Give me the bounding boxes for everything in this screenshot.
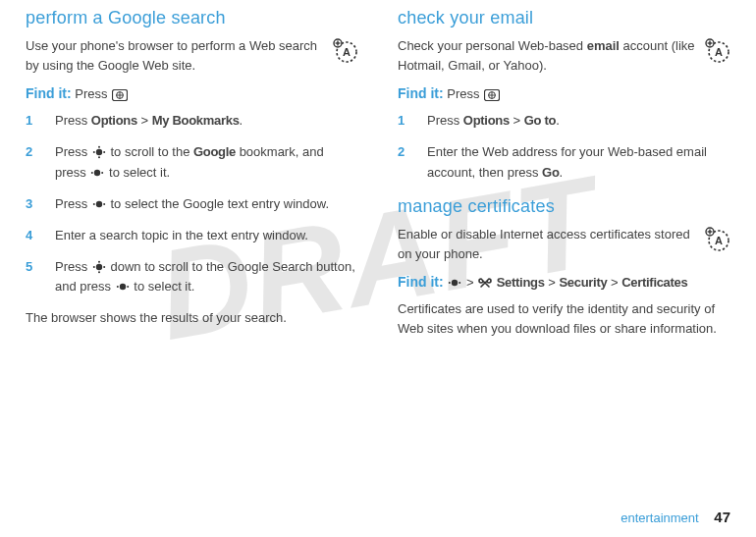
text: to select the Google text entry window.	[110, 196, 329, 211]
text: to scroll to the	[110, 144, 193, 159]
page-footer: entertainment 47	[621, 509, 730, 525]
nav-ring-icon	[92, 260, 106, 274]
step-number: 2	[398, 142, 409, 182]
svg-text:A: A	[343, 46, 351, 58]
step-number: 5	[26, 257, 37, 296]
page-number: 47	[714, 509, 730, 525]
step-1: 1 Press Options > Go to.	[398, 111, 730, 131]
step-body: Enter a search topic in the text entry w…	[55, 226, 358, 245]
email-bold: email	[587, 38, 620, 53]
outro-text-2: Certificates are used to verify the iden…	[398, 299, 730, 339]
text: >	[466, 275, 477, 290]
intro-text-2: Enable or disable Internet access certif…	[398, 225, 730, 264]
step-3: 3 Press to select the Google text entry …	[26, 194, 358, 214]
step-body: Enter the Web address for your Web-based…	[427, 142, 730, 182]
step-body: Press Options > My Bookmarks.	[55, 111, 358, 131]
step-body: Press down to scroll to the Google Searc…	[55, 257, 358, 296]
step-number: 2	[26, 142, 37, 182]
svg-point-43	[449, 282, 451, 284]
svg-text:A: A	[715, 235, 723, 246]
step-number: 4	[26, 226, 37, 245]
svg-point-19	[103, 203, 105, 205]
options-label: Options	[91, 113, 137, 128]
globe-key-icon	[112, 89, 128, 101]
step-number: 1	[26, 111, 37, 131]
svg-point-18	[93, 203, 95, 205]
right-column: check your email A Check your personal W…	[398, 8, 730, 349]
nav-ring-icon	[92, 145, 106, 159]
svg-point-10	[93, 151, 95, 153]
svg-point-27	[127, 286, 129, 288]
footer-section-label: entertainment	[621, 510, 699, 525]
svg-point-14	[94, 169, 100, 175]
svg-text:A: A	[715, 46, 723, 58]
text: Check your personal Web-based	[398, 38, 587, 53]
svg-point-15	[91, 172, 93, 174]
heading-certificates: manage certificates	[398, 196, 730, 217]
find-it-row: Find it: Press	[26, 85, 358, 101]
step-1: 1 Press Options > My Bookmarks.	[26, 111, 358, 131]
svg-point-12	[98, 146, 100, 148]
go-label: Go	[542, 165, 559, 180]
svg-point-23	[98, 261, 100, 263]
tools-icon	[478, 276, 492, 290]
text: >	[513, 113, 523, 128]
goto-label: Go to	[524, 113, 556, 128]
intro-text: Use your phone's browser to perform a We…	[26, 36, 358, 76]
find-it-path: > Settings > Security > Certificates	[447, 275, 687, 290]
my-bookmarks-label: My Bookmarks	[152, 113, 240, 128]
text: >	[140, 113, 151, 128]
step-body: Press Options > Go to.	[427, 111, 730, 131]
settings-label: Settings	[497, 275, 545, 290]
page-content: perform a Google search A Use your phone…	[0, 0, 756, 349]
center-key-icon	[92, 197, 106, 211]
find-it-row-2: Find it: > Settings > Security > Certifi…	[398, 274, 730, 290]
certificates-label: Certificates	[621, 275, 687, 290]
svg-point-11	[103, 151, 105, 153]
security-label: Security	[559, 275, 607, 290]
step-body: Press to scroll to the Google bookmark, …	[55, 142, 358, 182]
text: .	[556, 113, 560, 128]
step-2: 2 Press to scroll to the Google bookmark…	[26, 142, 358, 182]
svg-point-17	[96, 201, 102, 207]
heading-check-email: check your email	[398, 8, 730, 28]
text: to select it.	[109, 165, 170, 180]
globe-key-icon	[484, 89, 500, 101]
step-number: 3	[26, 194, 37, 214]
step-5: 5 Press down to scroll to the Google Sea…	[26, 257, 358, 296]
network-a-icon: A	[705, 227, 730, 255]
step-4: 4 Enter a search topic in the text entry…	[26, 226, 358, 245]
text: Press	[55, 259, 91, 274]
center-key-icon	[90, 166, 104, 180]
text: Press	[55, 144, 91, 159]
find-it-label: Find it:	[398, 274, 444, 290]
svg-point-44	[459, 282, 460, 284]
center-key-icon	[116, 280, 130, 294]
svg-point-13	[98, 157, 100, 159]
text: to select it.	[134, 279, 194, 294]
svg-point-9	[96, 149, 102, 155]
svg-point-25	[120, 284, 126, 290]
step-body: Press to select the Google text entry wi…	[55, 194, 358, 214]
step-number: 1	[398, 111, 409, 131]
center-key-icon	[448, 276, 461, 290]
network-a-icon: A	[333, 38, 358, 67]
left-column: perform a Google search A Use your phone…	[26, 8, 358, 349]
find-it-label: Find it:	[26, 85, 72, 101]
find-it-label: Find it:	[398, 85, 444, 101]
svg-point-21	[93, 266, 95, 268]
text: >	[611, 275, 621, 290]
svg-point-22	[103, 266, 105, 268]
step-2: 2 Enter the Web address for your Web-bas…	[398, 142, 730, 182]
text: .	[240, 113, 243, 128]
svg-point-16	[102, 172, 104, 174]
svg-point-20	[96, 264, 102, 270]
find-it-text: Press	[447, 86, 483, 101]
text: >	[548, 275, 559, 290]
text: Press	[427, 113, 463, 128]
text: Press	[55, 113, 91, 128]
network-a-icon: A	[705, 38, 730, 67]
outro-text: The browser shows the results of your se…	[26, 308, 358, 328]
heading-google-search: perform a Google search	[26, 8, 358, 28]
svg-point-24	[98, 271, 100, 273]
